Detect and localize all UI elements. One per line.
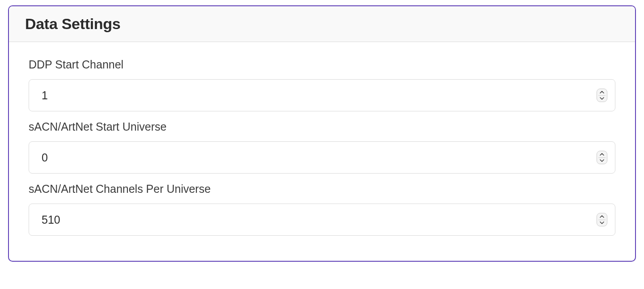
input-ddp-start-channel[interactable] bbox=[29, 79, 615, 111]
field-sacn-channels-per-universe: sACN/ArtNet Channels Per Universe bbox=[29, 183, 615, 236]
input-sacn-start-universe[interactable] bbox=[29, 141, 615, 174]
panel-body: DDP Start Channel sACN/ArtNet Start Univ… bbox=[9, 42, 635, 261]
input-wrap-ddp-start-channel bbox=[29, 79, 615, 111]
field-sacn-start-universe: sACN/ArtNet Start Universe bbox=[29, 120, 615, 174]
stepper-up-icon[interactable] bbox=[597, 89, 607, 95]
label-sacn-channels-per-universe: sACN/ArtNet Channels Per Universe bbox=[29, 183, 615, 196]
label-ddp-start-channel: DDP Start Channel bbox=[29, 58, 615, 71]
field-ddp-start-channel: DDP Start Channel bbox=[29, 58, 615, 111]
input-wrap-sacn-start-universe bbox=[29, 141, 615, 174]
panel-title: Data Settings bbox=[25, 15, 619, 33]
panel-header: Data Settings bbox=[9, 6, 635, 42]
stepper-down-icon[interactable] bbox=[597, 157, 607, 164]
stepper-sacn-channels-per-universe bbox=[597, 213, 607, 226]
stepper-down-icon[interactable] bbox=[597, 95, 607, 102]
stepper-up-icon[interactable] bbox=[597, 151, 607, 157]
stepper-sacn-start-universe bbox=[597, 151, 607, 164]
input-sacn-channels-per-universe[interactable] bbox=[29, 204, 615, 236]
stepper-down-icon[interactable] bbox=[597, 220, 607, 226]
stepper-up-icon[interactable] bbox=[597, 213, 607, 220]
data-settings-panel: Data Settings DDP Start Channel sACN/Art… bbox=[8, 5, 636, 262]
input-wrap-sacn-channels-per-universe bbox=[29, 204, 615, 236]
label-sacn-start-universe: sACN/ArtNet Start Universe bbox=[29, 120, 615, 133]
stepper-ddp-start-channel bbox=[597, 89, 607, 102]
